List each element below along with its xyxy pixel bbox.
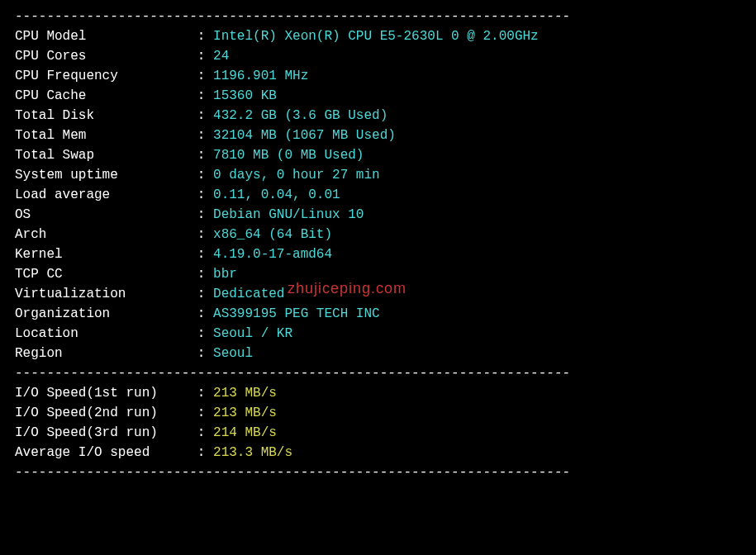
colon: : [197,46,213,66]
watermark-text: zhujiceping.com [288,278,407,300]
row-io-avg: Average I/O speed : 213.3 MB/s [15,443,741,462]
row-cpu-frequency: CPU Frequency : 1196.901 MHz [15,66,741,86]
label-total-disk: Total Disk [15,106,197,126]
colon: : [197,205,213,225]
label-kernel: Kernel [15,244,197,264]
row-arch: Arch : x86_64 (64 Bit) [15,225,741,244]
value-organization: AS399195 PEG TECH INC [213,304,380,324]
label-cpu-frequency: CPU Frequency [15,66,197,86]
colon: : [197,284,213,304]
row-io-3rd: I/O Speed(3rd run) : 214 MB/s [15,423,741,443]
row-system-uptime: System uptime : 0 days, 0 hour 27 min [15,165,741,185]
label-virtualization: Virtualization [15,284,197,304]
value-tcp-cc: bbr [213,264,237,284]
value-os: Debian GNU/Linux 10 [213,205,364,225]
label-load-average: Load average [15,185,197,205]
colon: : [197,423,213,443]
value-io-2nd: 213 MB/s [213,403,277,423]
colon: : [197,106,213,126]
value-cpu-cores: 24 [213,46,229,66]
row-total-mem: Total Mem : 32104 MB (1067 MB Used) [15,126,741,145]
label-os: OS [15,205,197,225]
divider-top: ----------------------------------------… [15,7,741,26]
row-total-swap: Total Swap : 7810 MB (0 MB Used) [15,145,741,165]
value-io-3rd: 214 MB/s [213,423,277,443]
label-location: Location [15,324,197,344]
row-organization: Organization : AS399195 PEG TECH INC [15,304,741,324]
colon: : [197,344,213,363]
row-kernel: Kernel : 4.19.0-17-amd64 [15,244,741,264]
row-total-disk: Total Disk : 432.2 GB (3.6 GB Used) [15,106,741,126]
row-location: Location : Seoul / KR [15,324,741,344]
row-os: OS : Debian GNU/Linux 10 [15,205,741,225]
label-region: Region [15,344,197,363]
value-load-average: 0.11, 0.04, 0.01 [213,185,340,205]
value-total-disk: 432.2 GB (3.6 GB Used) [213,106,388,126]
colon: : [197,225,213,244]
value-total-swap: 7810 MB (0 MB Used) [213,145,364,165]
colon: : [197,145,213,165]
colon: : [197,165,213,185]
colon: : [197,304,213,324]
label-system-uptime: System uptime [15,165,197,185]
label-organization: Organization [15,304,197,324]
value-cpu-cache: 15360 KB [213,86,277,106]
colon: : [197,26,213,46]
row-load-average: Load average : 0.11, 0.04, 0.01 [15,185,741,205]
colon: : [197,185,213,205]
sysinfo-section: CPU Model : Intel(R) Xeon(R) CPU E5-2630… [15,26,741,363]
colon: : [197,66,213,86]
value-cpu-model: Intel(R) Xeon(R) CPU E5-2630L 0 @ 2.00GH… [213,26,539,46]
label-io-1st: I/O Speed(1st run) [15,383,197,403]
label-io-2nd: I/O Speed(2nd run) [15,403,197,423]
colon: : [197,244,213,264]
iospeed-section: I/O Speed(1st run) : 213 MB/s I/O Speed(… [15,383,741,462]
row-cpu-model: CPU Model : Intel(R) Xeon(R) CPU E5-2630… [15,26,741,46]
colon: : [197,443,213,462]
value-region: Seoul [213,344,253,363]
label-cpu-cache: CPU Cache [15,86,197,106]
value-io-1st: 213 MB/s [213,383,277,403]
colon: : [197,264,213,284]
row-io-1st: I/O Speed(1st run) : 213 MB/s [15,383,741,403]
value-total-mem: 32104 MB (1067 MB Used) [213,126,396,145]
value-system-uptime: 0 days, 0 hour 27 min [213,165,380,185]
label-cpu-model: CPU Model [15,26,197,46]
colon: : [197,324,213,344]
value-cpu-frequency: 1196.901 MHz [213,66,308,86]
label-cpu-cores: CPU Cores [15,46,197,66]
label-tcp-cc: TCP CC [15,264,197,284]
colon: : [197,126,213,145]
label-io-3rd: I/O Speed(3rd run) [15,423,197,443]
row-cpu-cores: CPU Cores : 24 [15,46,741,66]
value-io-avg: 213.3 MB/s [213,443,292,462]
divider-middle: ----------------------------------------… [15,363,741,383]
value-kernel: 4.19.0-17-amd64 [213,244,332,264]
colon: : [197,383,213,403]
label-arch: Arch [15,225,197,244]
row-region: Region : Seoul [15,344,741,363]
row-cpu-cache: CPU Cache : 15360 KB [15,86,741,106]
colon: : [197,86,213,106]
value-location: Seoul / KR [213,324,292,344]
divider-bottom: ----------------------------------------… [15,462,741,482]
value-virtualization: Dedicated [213,284,284,304]
label-io-avg: Average I/O speed [15,443,197,462]
label-total-mem: Total Mem [15,126,197,145]
row-io-2nd: I/O Speed(2nd run) : 213 MB/s [15,403,741,423]
colon: : [197,403,213,423]
label-total-swap: Total Swap [15,145,197,165]
value-arch: x86_64 (64 Bit) [213,225,332,244]
